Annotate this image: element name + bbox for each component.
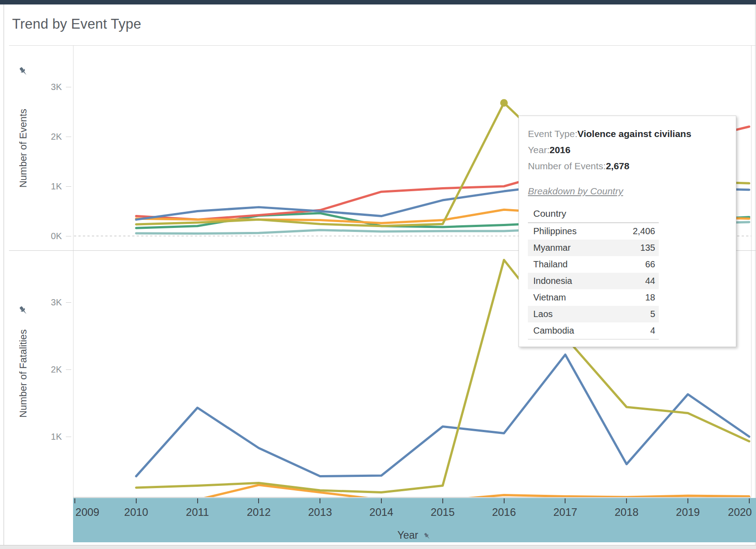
country-value: 135 xyxy=(613,240,659,256)
y-tick-mark xyxy=(66,302,71,303)
pane-right-border xyxy=(751,45,752,497)
x-axis-line xyxy=(73,497,751,498)
y-tick-label: 1K xyxy=(39,432,62,442)
country-column-header: Country xyxy=(528,206,659,223)
x-tick-label: 2009 xyxy=(74,506,101,519)
x-tick-mark xyxy=(74,498,75,503)
tableau-dashboard: { "title": "Trend by Event Type", "x_axi… xyxy=(0,0,756,549)
tooltip-table-row: Laos5 xyxy=(528,306,659,322)
tooltip-number-of-events: Number of Events:2,678 xyxy=(528,158,727,174)
window-left-border xyxy=(4,4,4,549)
tooltip-table-row: Philippines2,406 xyxy=(528,223,659,240)
y-tick-label: 1K xyxy=(39,181,62,192)
y-axis-title-events: Number of Events xyxy=(17,59,30,238)
x-tick-mark xyxy=(381,498,382,503)
x-tick-mark xyxy=(504,498,505,503)
tooltip-country-table: Country Philippines2,406Myanmar135Thaila… xyxy=(528,206,659,339)
country-value: 4 xyxy=(613,322,659,339)
horizontal-scrollbar[interactable] xyxy=(0,545,756,549)
x-tick-label: 2018 xyxy=(613,506,640,519)
x-tick-mark xyxy=(626,498,627,503)
y-axis-title-fatalities: Number of Fatalities xyxy=(17,284,30,463)
country-name: Vietnam xyxy=(528,289,613,306)
x-tick-label: 2020 xyxy=(726,506,753,519)
pin-icon[interactable] xyxy=(423,531,432,540)
x-tick-label: 2013 xyxy=(307,506,333,519)
x-tick-mark xyxy=(749,498,750,503)
y-tick-mark xyxy=(66,186,71,187)
page-title: Trend by Event Type xyxy=(12,16,141,32)
window-top-bar xyxy=(0,0,756,4)
line-orange-series[interactable] xyxy=(136,485,749,497)
x-tick-label: 2014 xyxy=(368,506,395,519)
x-tick-mark xyxy=(687,498,688,503)
y-tick-label: 2K xyxy=(39,132,62,142)
x-tick-label: 2010 xyxy=(123,506,150,519)
y-tick-mark xyxy=(66,236,71,236)
tooltip-table-row: Vietnam18 xyxy=(528,289,659,306)
x-tick-mark xyxy=(565,498,566,503)
y-tick-mark xyxy=(66,137,71,137)
country-value: 2,406 xyxy=(613,223,659,240)
y-tick-mark xyxy=(66,437,71,437)
tooltip-table-row: Indonesia44 xyxy=(528,273,659,289)
x-tick-mark xyxy=(197,498,198,503)
x-tick-label: 2017 xyxy=(552,506,579,519)
x-tick-label: 2012 xyxy=(245,506,272,519)
x-tick-mark xyxy=(320,498,320,503)
x-tick-mark xyxy=(258,498,259,503)
breakdown-by-country-link[interactable]: Breakdown by Country xyxy=(528,186,623,197)
line-blue-series[interactable] xyxy=(136,355,749,476)
country-name: Thailand xyxy=(528,256,613,273)
country-name: Cambodia xyxy=(528,322,613,339)
tooltip-table-row: Myanmar135 xyxy=(528,240,659,256)
country-name: Laos xyxy=(528,306,613,322)
window-scrollbar-border[interactable] xyxy=(755,4,756,549)
y-tick-label: 3K xyxy=(39,297,62,308)
x-tick-label: 2019 xyxy=(674,506,701,519)
y-tick-label: 3K xyxy=(39,82,62,92)
country-name: Philippines xyxy=(528,223,613,240)
x-tick-label: 2015 xyxy=(429,506,456,519)
y-tick-label: 2K xyxy=(39,365,62,375)
x-tick-label: 2011 xyxy=(184,506,211,519)
y-tick-mark xyxy=(66,87,71,87)
country-name: Myanmar xyxy=(528,240,613,256)
country-value: 18 xyxy=(613,289,659,306)
country-value: 44 xyxy=(613,273,659,289)
x-axis-title: Year xyxy=(73,529,756,541)
year-axis-band[interactable]: Year 20092010201120122013201420152016201… xyxy=(73,498,756,542)
x-tick-mark xyxy=(442,498,443,503)
tooltip-year: Year:2016 xyxy=(528,142,727,158)
tooltip-table-row: Cambodia4 xyxy=(528,322,659,339)
x-tick-label: 2016 xyxy=(491,506,518,519)
y-tick-label: 0K xyxy=(39,231,62,241)
y-tick-mark xyxy=(66,369,71,370)
country-name: Indonesia xyxy=(528,273,613,289)
x-tick-mark xyxy=(136,498,137,503)
country-value: 66 xyxy=(613,256,659,273)
hover-tooltip: Event Type:Violence against civilians Ye… xyxy=(518,116,736,347)
tooltip-table-row: Thailand66 xyxy=(528,256,659,273)
country-value: 5 xyxy=(613,306,659,322)
x-axis-title-label: Year xyxy=(397,529,418,541)
selected-point-marker[interactable] xyxy=(500,99,508,107)
tooltip-event-type: Event Type:Violence against civilians xyxy=(528,126,727,142)
